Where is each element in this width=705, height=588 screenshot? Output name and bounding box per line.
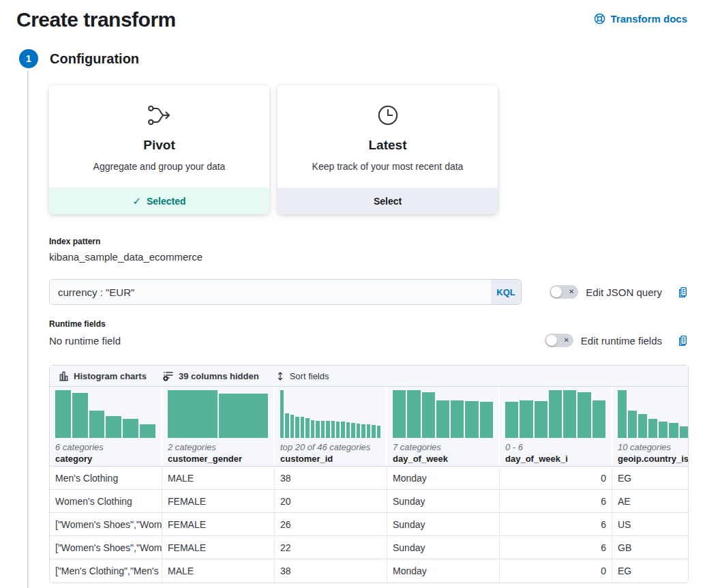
table-cell[interactable]: EG: [612, 559, 688, 583]
table-cell[interactable]: US: [612, 513, 688, 535]
table-cell[interactable]: Men's Clothing: [50, 467, 162, 489]
table-cell[interactable]: 38: [275, 467, 387, 489]
table-cell[interactable]: ["Men's Clothing","Men's ...: [50, 559, 162, 583]
edit-runtime-controls: Edit runtime fields: [545, 334, 689, 347]
column-header-day_of_week_i[interactable]: 0 - 6day_of_week_i: [500, 387, 612, 466]
histogram-bar: [367, 424, 370, 438]
table-cell[interactable]: 0: [500, 559, 612, 583]
histogram-charts-label: Histogram charts: [74, 371, 147, 381]
latest-card[interactable]: Latest Keep track of your most recent da…: [278, 85, 498, 214]
check-icon: ✓: [132, 195, 141, 207]
page-title: Create transform: [16, 7, 176, 33]
table-cell[interactable]: 6: [500, 513, 612, 535]
runtime-fields-section: Runtime fields No runtime field Edit run…: [49, 319, 689, 347]
table-cell[interactable]: ["Women's Shoes","Wom...: [50, 536, 162, 559]
histogram-bar: [680, 426, 688, 439]
histogram-bar: [123, 419, 138, 438]
histogram-bar: [648, 419, 657, 438]
copy-runtime-fields-icon[interactable]: [677, 335, 689, 347]
table-cell[interactable]: ["Women's Shoes","Wom...: [50, 513, 162, 535]
histogram-bar: [290, 415, 294, 438]
table-cell[interactable]: 6: [500, 536, 612, 559]
table-row: ["Men's Clothing","Men's ...MALE38Monday…: [50, 559, 688, 583]
aggregate-icon: [147, 102, 172, 128]
transform-docs-link[interactable]: Transform docs: [594, 13, 687, 25]
table-cell[interactable]: MALE: [162, 559, 275, 583]
columns-hidden-label: 39 columns hidden: [179, 371, 259, 381]
histogram-bar: [372, 425, 375, 438]
table-cell[interactable]: 38: [275, 559, 387, 583]
histogram-bar: [578, 392, 590, 438]
histogram-day_of_week_i: [505, 390, 605, 438]
histogram-bar: [285, 413, 288, 438]
kql-language-badge[interactable]: KQL: [491, 280, 521, 304]
histogram-bar: [520, 400, 532, 438]
column-name: day_of_week: [393, 453, 493, 465]
table-cell[interactable]: Sunday: [387, 513, 500, 535]
histogram-geoip.country_iso_: [618, 390, 688, 438]
column-header-category[interactable]: 6 categoriescategory: [50, 387, 162, 466]
histogram-bar: [436, 400, 449, 438]
column-name: customer_gender: [168, 453, 268, 465]
edit-json-query-label: Edit JSON query: [586, 286, 662, 298]
page-header: Create transform Transform docs: [0, 0, 705, 33]
edit-runtime-fields-label: Edit runtime fields: [581, 335, 662, 347]
table-cell[interactable]: Sunday: [387, 490, 500, 512]
grid-header: 6 categoriescategory2 categoriescustomer…: [50, 387, 688, 467]
histogram-bar: [451, 400, 464, 438]
table-cell[interactable]: FEMALE: [162, 536, 275, 559]
histogram-bar: [280, 390, 284, 438]
search-query-input[interactable]: currency : "EUR" KQL: [49, 279, 522, 305]
columns-hidden-button[interactable]: 39 columns hidden: [163, 370, 259, 381]
table-cell[interactable]: 0: [500, 467, 612, 489]
pivot-card[interactable]: Pivot Aggregate and group your data ✓ Se…: [49, 85, 269, 214]
column-header-day_of_week[interactable]: 7 categoriesday_of_week: [387, 387, 500, 466]
edit-runtime-fields-toggle[interactable]: [545, 334, 573, 347]
latest-card-description: Keep track of your most recent data: [278, 161, 498, 172]
pivot-selected-footer[interactable]: ✓ Selected: [49, 188, 269, 214]
table-cell[interactable]: FEMALE: [162, 513, 275, 535]
table-cell[interactable]: 6: [500, 490, 612, 512]
table-cell[interactable]: Monday: [387, 467, 500, 489]
edit-json-query-toggle[interactable]: [550, 285, 578, 299]
histogram-bar: [535, 401, 548, 438]
step-connector-line: [27, 71, 29, 588]
table-row: Women's ClothingFEMALE20Sunday6AE: [50, 490, 688, 513]
grid-body: Men's ClothingMALE38Monday0EGWomen's Clo…: [50, 467, 688, 583]
table-cell[interactable]: 22: [275, 536, 387, 559]
table-cell[interactable]: 26: [275, 513, 387, 535]
histogram-day_of_week: [393, 390, 493, 438]
histogram-bar: [305, 418, 309, 438]
column-header-customer_gender[interactable]: 2 categoriescustomer_gender: [162, 387, 275, 466]
table-cell[interactable]: Women's Clothing: [50, 490, 162, 512]
sort-fields-button[interactable]: Sort fields: [275, 371, 329, 381]
table-cell[interactable]: AE: [612, 490, 688, 512]
table-cell[interactable]: MALE: [162, 467, 275, 489]
index-pattern-section: Index pattern kibana_sample_data_ecommer…: [49, 237, 689, 263]
histogram-bar: [659, 422, 668, 439]
table-cell[interactable]: Sunday: [387, 536, 500, 559]
copy-json-query-icon[interactable]: [677, 286, 689, 298]
column-header-geoip.country_iso_[interactable]: 10 categoriesgeoip.country_iso_: [612, 387, 688, 466]
histogram-bar: [669, 423, 678, 438]
histogram-bar: [326, 421, 329, 438]
column-header-customer_id[interactable]: top 20 of 46 categoriescustomer_id: [275, 387, 387, 466]
columns-list-icon: [163, 370, 174, 381]
histogram-charts-button[interactable]: Histogram charts: [59, 371, 147, 381]
pivot-footer-label: Selected: [147, 196, 186, 207]
histogram-bar: [563, 390, 576, 438]
histogram-bar: [331, 421, 335, 438]
query-row: currency : "EUR" KQL Edit JSON query: [49, 279, 689, 305]
histogram-bar: [407, 390, 420, 438]
histogram-bar: [295, 417, 299, 439]
latest-select-button[interactable]: Select: [278, 188, 498, 214]
histogram-bar: [55, 390, 71, 438]
histogram-bar: [480, 402, 493, 438]
create-transform-page: Create transform Transform docs 1 Config…: [0, 0, 705, 588]
table-cell[interactable]: EG: [612, 467, 688, 489]
table-cell[interactable]: FEMALE: [162, 490, 275, 512]
table-cell[interactable]: GB: [612, 536, 688, 559]
table-cell[interactable]: 20: [275, 490, 387, 512]
table-cell[interactable]: Monday: [387, 559, 500, 583]
clock-icon: [375, 102, 401, 128]
